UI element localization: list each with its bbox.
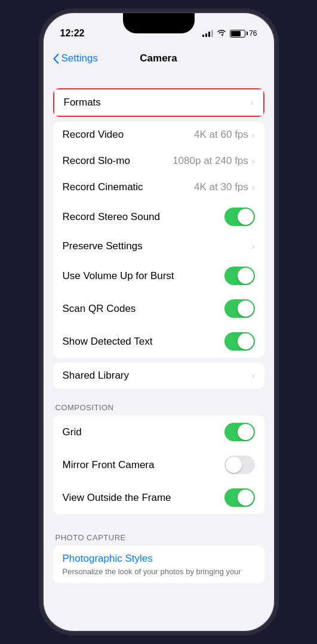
preserve-settings-right: › (252, 242, 255, 251)
nav-bar: Settings Camera (44, 45, 274, 72)
record-stereo-sound-toggle[interactable] (224, 208, 255, 226)
list-item-record-cinematic[interactable]: Record Cinematic 4K at 30 fps › (53, 174, 264, 200)
photo-capture-section-label: PHOTO CAPTURE (44, 533, 274, 546)
list-item-record-stereo-sound[interactable]: Record Stereo Sound (53, 200, 264, 233)
record-stereo-sound-label: Record Stereo Sound (63, 211, 161, 223)
view-outside-the-frame-label: View Outside the Frame (63, 492, 171, 504)
wifi-icon (217, 29, 226, 38)
list-item-show-detected-text[interactable]: Show Detected Text (53, 325, 264, 358)
bar2 (205, 33, 207, 37)
record-cinematic-chevron-icon: › (252, 182, 255, 192)
list-item-grid[interactable]: Grid (53, 416, 264, 448)
record-cinematic-value: 4K at 30 fps (194, 181, 248, 193)
grid-toggle[interactable] (224, 423, 255, 441)
record-video-value: 4K at 60 fps (194, 129, 248, 141)
record-video-chevron-icon: › (252, 130, 255, 140)
toggle-knob-2 (238, 268, 254, 284)
battery-tip (247, 32, 248, 35)
toggle-knob-6 (226, 457, 242, 473)
list-item-record-video[interactable]: Record Video 4K at 60 fps › (53, 122, 264, 148)
status-time: 12:22 (60, 28, 85, 39)
scan-qr-codes-toggle[interactable] (224, 299, 255, 318)
battery-icon: 76 (230, 29, 257, 38)
toggle-knob-4 (238, 333, 254, 349)
composition-section-label: COMPOSITION (44, 403, 274, 416)
record-slo-mo-value: 1080p at 240 fps (173, 155, 248, 167)
status-bar: 12:22 76 (44, 13, 274, 45)
record-cinematic-right: 4K at 30 fps › (194, 181, 254, 193)
back-label: Settings (61, 52, 98, 64)
mirror-front-camera-label: Mirror Front Camera (63, 459, 155, 471)
toggle-knob-3 (238, 301, 254, 317)
list-item-use-volume-up-for-burst[interactable]: Use Volume Up for Burst (53, 259, 264, 292)
notch (123, 13, 195, 33)
composition-section: COMPOSITION Grid Mirror Front Camera Vie… (44, 403, 274, 514)
page-title: Camera (140, 52, 177, 64)
record-slo-mo-chevron-icon: › (252, 156, 255, 166)
list-item-formats[interactable]: Formats › (54, 89, 263, 116)
bar1 (202, 35, 204, 37)
list-item-scan-qr-codes[interactable]: Scan QR Codes (53, 292, 264, 325)
show-detected-text-label: Show Detected Text (63, 336, 153, 348)
photographic-styles-desc: Personalize the look of your photos by b… (63, 567, 255, 576)
preserve-settings-chevron-icon: › (252, 242, 255, 251)
battery-level: 76 (249, 29, 257, 38)
show-detected-text-toggle[interactable] (224, 332, 255, 351)
list-item-preserve-settings[interactable]: Preserve Settings › (53, 233, 264, 259)
camera-settings-group: Record Video 4K at 60 fps › Record Slo-m… (53, 122, 264, 358)
record-slo-mo-label: Record Slo-mo (63, 155, 130, 167)
list-item-mirror-front-camera[interactable]: Mirror Front Camera (53, 448, 264, 481)
formats-row[interactable]: Formats › (53, 88, 264, 117)
list-item-record-slo-mo[interactable]: Record Slo-mo 1080p at 240 fps › (53, 148, 264, 174)
preserve-settings-label: Preserve Settings (63, 240, 143, 252)
record-cinematic-label: Record Cinematic (63, 181, 143, 193)
shared-library-chevron-icon: › (252, 371, 255, 380)
mirror-front-camera-toggle[interactable] (224, 456, 255, 474)
photo-capture-group: Photographic Styles Personalize the look… (53, 546, 264, 583)
use-volume-up-for-burst-toggle[interactable] (224, 267, 255, 285)
formats-label: Formats (64, 97, 101, 109)
chevron-icon: › (251, 98, 254, 107)
shared-library-group: Shared Library › (53, 363, 264, 389)
scan-qr-codes-label: Scan QR Codes (63, 303, 136, 315)
record-video-right: 4K at 60 fps › (194, 129, 254, 141)
record-video-label: Record Video (63, 129, 124, 141)
view-outside-the-frame-toggle[interactable] (224, 488, 255, 507)
grid-label: Grid (63, 426, 82, 438)
list-item-photographic-styles[interactable]: Photographic Styles Personalize the look… (53, 546, 264, 583)
list-item-shared-library[interactable]: Shared Library › (53, 363, 264, 389)
toggle-knob-7 (238, 490, 254, 506)
status-icons: 76 (202, 29, 257, 38)
toggle-knob (238, 209, 254, 225)
photo-capture-section: PHOTO CAPTURE Photographic Styles Person… (44, 533, 274, 583)
list-item-view-outside-the-frame[interactable]: View Outside the Frame (53, 481, 264, 514)
bar3 (208, 32, 210, 37)
toggle-knob-5 (238, 424, 254, 440)
battery-fill (231, 31, 240, 36)
back-button[interactable]: Settings (53, 52, 98, 64)
record-slo-mo-right: 1080p at 240 fps › (173, 155, 254, 167)
content-area: Formats › Record Video 4K at 60 fps › Re… (44, 72, 274, 632)
bar4 (211, 30, 213, 37)
phone-shell: 12:22 76 (42, 12, 275, 632)
use-volume-up-for-burst-label: Use Volume Up for Burst (63, 270, 174, 282)
signal-bars-icon (202, 30, 213, 37)
photographic-styles-label[interactable]: Photographic Styles (63, 553, 255, 565)
battery-body (230, 30, 245, 38)
shared-library-label: Shared Library (63, 370, 130, 382)
composition-group: Grid Mirror Front Camera View Outside th… (53, 416, 264, 514)
